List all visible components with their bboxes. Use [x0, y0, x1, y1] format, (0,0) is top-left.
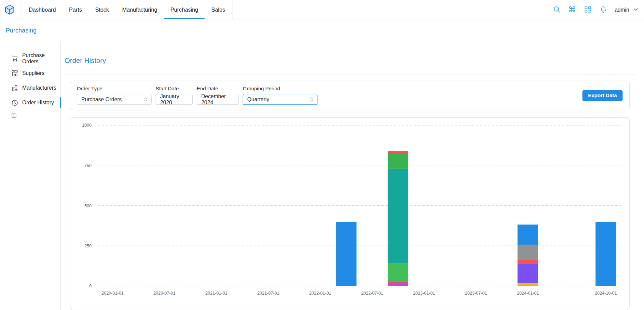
command-icon: ⌘ [568, 5, 576, 13]
grouping-period-select[interactable]: Quarterly [243, 94, 317, 105]
end-date-input[interactable]: December 2024 [197, 94, 239, 105]
factory-icon [11, 84, 18, 92]
chevron-down-icon [632, 6, 639, 13]
nav-tab-dashboard[interactable]: Dashboard [22, 0, 63, 19]
history-icon [11, 99, 18, 106]
y-axis-tick-label: 500 [70, 203, 92, 208]
nav-tab-stock[interactable]: Stock [88, 0, 115, 19]
x-axis-tick-label: 2020-01-01 [94, 290, 131, 295]
bar-segment-orange[interactable] [518, 283, 538, 286]
sidebar-item-label: Suppliers [22, 70, 44, 76]
chart-xlabels: 2020-01-012020-07-012021-01-012021-07-01… [70, 290, 629, 299]
export-data-button[interactable]: Export Data [582, 90, 622, 101]
bar-segment-gray[interactable] [518, 245, 538, 260]
cube-logo-icon [4, 4, 15, 15]
stacked-bar-2024-10-01[interactable] [595, 222, 616, 286]
y-axis-tick-label: 1000 [70, 122, 92, 127]
x-axis-tick-label: 2022-07-01 [354, 290, 390, 295]
bar-segment-teal[interactable] [388, 168, 408, 264]
grouping-period-label: Grouping Period [243, 86, 317, 92]
stacked-bar-2022-10-01[interactable] [388, 151, 408, 286]
y-axis-tick-label: 750 [70, 163, 92, 168]
sidebar-item-purchase-orders[interactable]: Purchase Orders [0, 52, 60, 64]
sidebar-item-label: Manufacturers [22, 85, 56, 91]
chart-plot [98, 125, 621, 286]
order-type-field: Order Type Purchase Orders [77, 86, 152, 105]
gridline-750 [98, 165, 621, 165]
top-navbar: Dashboard Parts Stock Manufacturing Purc… [0, 0, 644, 20]
stacked-bar-2022-04-01[interactable] [336, 222, 356, 286]
search-icon [553, 5, 561, 14]
app-viewport: Dashboard Parts Stock Manufacturing Purc… [0, 0, 644, 310]
purchasing-layout: Purchase Orders Suppliers [0, 41, 644, 310]
chevron-selector-icon [309, 96, 315, 102]
notifications-button[interactable] [599, 5, 607, 14]
order-type-select[interactable]: Purchase Orders [77, 94, 152, 105]
chart-ylabels: 02505007501000 [70, 118, 94, 310]
bar-segment-light-green[interactable] [388, 153, 408, 169]
bar-segment-blue[interactable] [336, 222, 356, 286]
sidebar-item-suppliers[interactable]: Suppliers [0, 67, 60, 79]
sidebar: Purchase Orders Suppliers [0, 41, 61, 310]
order-type-label: Order Type [77, 86, 152, 92]
page-title[interactable]: Purchasing [6, 27, 37, 34]
x-axis-tick-label: 2021-07-01 [250, 290, 287, 295]
nav-tab-sales[interactable]: Sales [205, 0, 232, 19]
heading-divider [65, 75, 635, 75]
sidebar-item-order-history[interactable]: Order History [0, 97, 60, 109]
start-date-label: Start Date [156, 86, 193, 92]
bar-segment-red[interactable] [388, 151, 408, 153]
section-heading: Order History [65, 57, 644, 65]
building-store-icon [11, 69, 18, 77]
user-menu[interactable]: admin [615, 6, 639, 13]
chevron-selector-icon [142, 96, 149, 102]
bar-segment-violet[interactable] [518, 264, 538, 283]
page-header: Purchasing [0, 20, 644, 41]
main-nav-tabs: Dashboard Parts Stock Manufacturing Purc… [21, 0, 233, 19]
bar-segment-blue[interactable] [595, 222, 616, 286]
bell-icon [599, 5, 607, 14]
bar-segment-grape[interactable] [388, 284, 408, 286]
start-date-input[interactable]: January 2020 [156, 94, 193, 105]
sidebar-item-manufacturers[interactable]: Manufacturers [0, 82, 60, 94]
order-type-value: Purchase Orders [81, 96, 122, 102]
x-axis-tick-label: 2024-01-01 [509, 290, 546, 295]
gridline-250 [98, 245, 621, 246]
x-axis-tick-label: 2022-01-01 [302, 290, 339, 295]
grouping-period-value: Quarterly [247, 96, 269, 102]
shopping-cart-icon [11, 54, 18, 62]
sidebar-item-label: Order History [22, 100, 54, 106]
search-button[interactable] [553, 5, 561, 14]
x-axis-tick-label: 2021-01-01 [198, 290, 235, 295]
bar-segment-green[interactable] [388, 264, 408, 282]
qr-scan-icon [584, 5, 592, 14]
gridline-0 [98, 286, 621, 286]
chart-card: 02505007501000 2020-01-012020-07-012021-… [70, 117, 630, 310]
bar-segment-blue[interactable] [518, 225, 538, 245]
gridline-500 [98, 205, 621, 206]
bar-segment-red[interactable] [518, 260, 538, 264]
sidebar-item-label: Purchase Orders [22, 52, 60, 64]
y-axis-tick-label: 0 [70, 283, 92, 288]
nav-tab-purchasing[interactable]: Purchasing [164, 0, 205, 19]
spotlight-button[interactable]: ⌘ [568, 5, 576, 13]
app-logo[interactable] [4, 0, 15, 19]
grouping-period-field: Grouping Period Quarterly [243, 86, 317, 105]
x-axis-tick-label: 2023-01-01 [406, 290, 442, 295]
main-content: Order History Order Type Purchase Orders [61, 41, 644, 310]
navbar-actions: ⌘ [553, 0, 639, 19]
x-axis-tick-label: 2023-07-01 [457, 290, 494, 295]
nav-tab-manufacturing[interactable]: Manufacturing [115, 0, 164, 19]
nav-tab-parts[interactable]: Parts [63, 0, 88, 19]
x-axis-tick-label: 2020-07-01 [146, 290, 183, 295]
barcode-scan-button[interactable] [584, 5, 592, 14]
sidebar-toggle-icon [11, 113, 17, 118]
filter-card: Order Type Purchase Orders Start Date Ja… [70, 81, 630, 111]
start-date-field: Start Date January 2020 [156, 86, 193, 105]
x-axis-tick-label: 2024-10-01 [587, 290, 624, 295]
end-date-field: End Date December 2024 [197, 86, 239, 105]
sidebar-collapse-button[interactable] [11, 113, 17, 118]
command-glyph: ⌘ [568, 5, 576, 13]
stacked-bar-2024-01-01[interactable] [518, 225, 538, 286]
y-axis-tick-label: 250 [70, 243, 92, 248]
